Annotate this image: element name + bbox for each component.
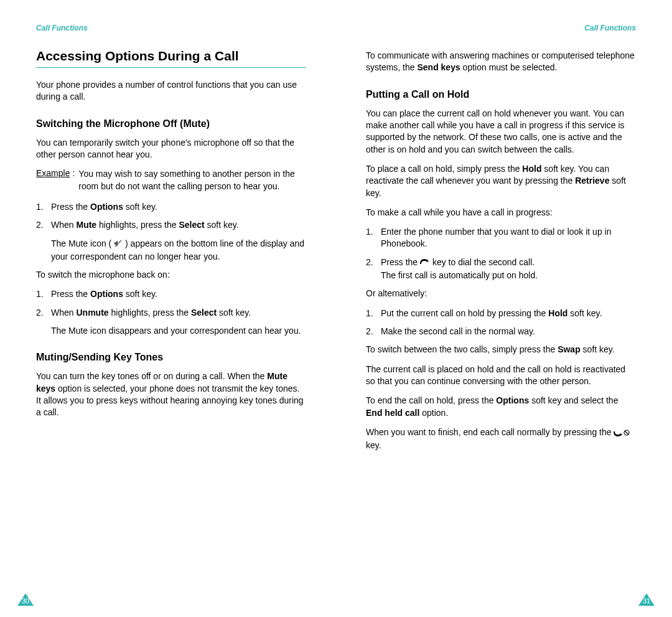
list-item: Put the current call on hold by pressing… (366, 308, 636, 319)
alternative-label: Or alternatively: (366, 288, 636, 299)
list-item: Make the second call in the normal way. (366, 326, 636, 337)
running-header-left: Call Functions (36, 24, 306, 32)
svg-line-2 (625, 431, 628, 435)
section-keytones-title: Muting/Sending Key Tones (36, 352, 306, 363)
end-held-instruction: To end the call on hold, press the Optio… (366, 395, 636, 419)
second-call-steps: Enter the phone number that you want to … (366, 226, 636, 281)
end-key-icon (614, 428, 630, 440)
page-left: Call Functions Accessing Options During … (0, 0, 336, 617)
mute-off-steps: Press the Options soft key. When Unmute … (36, 288, 306, 337)
section-hold-title: Putting a Call on Hold (366, 89, 636, 100)
running-header-right: Call Functions (366, 24, 636, 32)
alternative-steps: Put the current call on hold by pressing… (366, 308, 636, 338)
swap-instruction: To switch between the two calls, simply … (366, 344, 636, 356)
swap-result: The current call is placed on hold and t… (366, 364, 636, 388)
hold-instruction: To place a call on hold, simply press th… (366, 163, 636, 199)
page-right: Call Functions To communicate with answe… (336, 0, 672, 617)
list-item: Press the Options soft key. (36, 201, 306, 213)
mute-description: You can temporarily switch your phone's … (36, 137, 306, 161)
mute-icon (114, 239, 123, 251)
mute-off-intro: To switch the microphone back on: (36, 269, 306, 281)
section-mute-title: Switching the Microphone Off (Mute) (36, 118, 306, 130)
second-call-intro: To make a call while you have a call in … (366, 207, 636, 219)
mute-on-steps: Press the Options soft key. When Mute hi… (36, 201, 306, 263)
page-title: Accessing Options During a Call (36, 49, 306, 68)
hold-description: You can place the current call on hold w… (366, 108, 636, 156)
page-number-right: 31 (638, 597, 655, 605)
list-item: Press the key to dial the second call. T… (366, 257, 636, 282)
keytones-description: You can turn the key tones off or on dur… (36, 370, 306, 418)
page-number-left: 30 (17, 597, 34, 605)
call-key-icon (420, 258, 430, 270)
list-item: Press the Options soft key. (36, 288, 306, 300)
list-item: When Unmute highlights, press the Select… (36, 307, 306, 337)
example-label: Example (36, 168, 72, 192)
intro-text: Your phone provides a number of control … (36, 79, 306, 103)
mute-icon-note: The Mute icon ( ) appears on the bottom … (51, 238, 306, 263)
sendkeys-note: To communicate with answering machines o… (366, 50, 636, 74)
list-item: Enter the phone number that you want to … (366, 226, 636, 250)
end-all-instruction: When you want to finish, end each call n… (366, 426, 636, 452)
example-text: You may wish to say something to another… (78, 168, 306, 192)
list-item: When Mute highlights, press the Select s… (36, 219, 306, 263)
example-block: Example: You may wish to say something t… (36, 168, 306, 192)
